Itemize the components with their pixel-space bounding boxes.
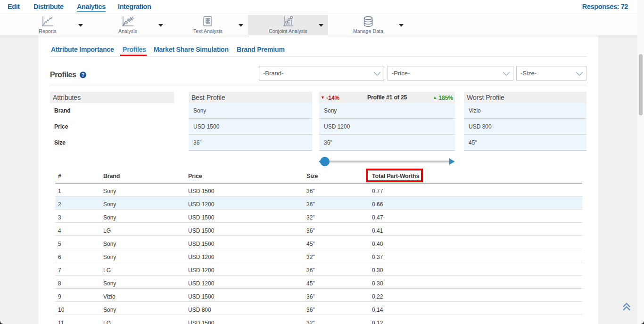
svg-text:?: ? — [82, 72, 84, 78]
